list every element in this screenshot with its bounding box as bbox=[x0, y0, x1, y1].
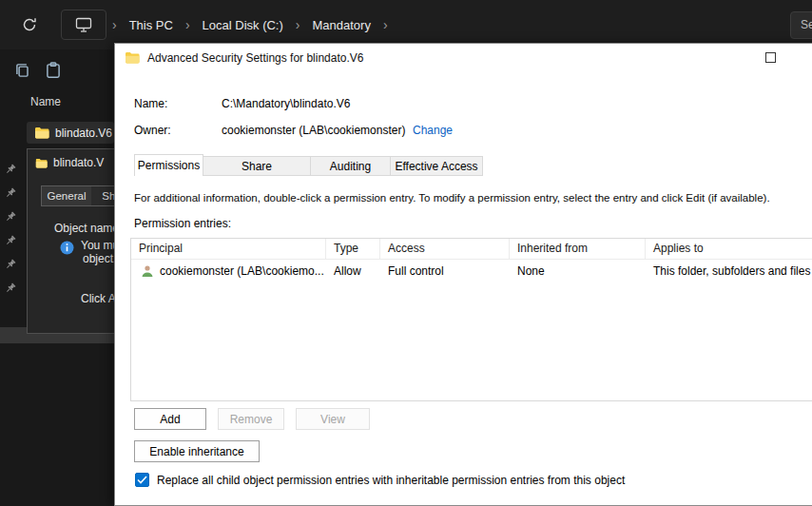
info-text-line2: object. bbox=[83, 252, 116, 265]
instructions-text: For additional information, double-click… bbox=[134, 192, 770, 204]
chevron-right-icon: › bbox=[185, 17, 190, 32]
pushpin-icon[interactable] bbox=[4, 211, 16, 224]
column-header-name[interactable]: Name bbox=[30, 95, 61, 108]
permission-entries-label: Permission entries: bbox=[134, 217, 231, 230]
breadcrumb-local-disk[interactable]: Local Disk (C:) bbox=[203, 18, 283, 32]
tab-auditing[interactable]: Auditing bbox=[310, 156, 391, 176]
properties-dialog-titlebar[interactable]: blindato.V bbox=[28, 149, 121, 176]
enable-inheritance-button[interactable]: Enable inheritance bbox=[134, 440, 260, 462]
this-pc-icon[interactable] bbox=[61, 10, 106, 40]
change-owner-link[interactable]: Change bbox=[413, 124, 453, 137]
info-icon bbox=[60, 241, 74, 255]
column-inherited-from[interactable]: Inherited from bbox=[510, 239, 646, 259]
folder-icon bbox=[34, 126, 49, 139]
cell-applies-to: This folder, subfolders and files bbox=[646, 264, 812, 278]
tab-permissions[interactable]: Permissions bbox=[134, 154, 203, 176]
tab-effective-access[interactable]: Effective Access bbox=[390, 156, 483, 176]
chevron-right-icon: › bbox=[383, 17, 388, 32]
file-name-label: blindato.V6 bbox=[55, 126, 112, 140]
properties-dialog-title: blindato.V bbox=[53, 156, 104, 169]
properties-dialog: blindato.V General Sha Object name: You … bbox=[27, 148, 122, 334]
copy-icon[interactable] bbox=[13, 61, 32, 80]
name-value: C:\Mandatory\blindato.V6 bbox=[222, 97, 350, 110]
pushpin-icon[interactable] bbox=[4, 282, 16, 295]
pushpin-icon[interactable] bbox=[4, 235, 16, 247]
column-principal[interactable]: Principal bbox=[131, 239, 326, 259]
cell-principal: cookiemonster (LAB\cookiemo... bbox=[160, 264, 324, 278]
search-input[interactable]: Sea bbox=[790, 11, 812, 39]
breadcrumb-this-pc[interactable]: This PC bbox=[129, 18, 173, 32]
view-button[interactable]: View bbox=[296, 408, 370, 430]
name-label: Name: bbox=[134, 97, 167, 110]
remove-button[interactable]: Remove bbox=[218, 408, 284, 430]
table-row[interactable]: cookiemonster (LAB\cookiemo... Allow Ful… bbox=[131, 260, 812, 282]
checkmark-icon bbox=[137, 476, 147, 484]
owner-value: cookiemonster (LAB\cookiemonster) bbox=[222, 124, 405, 137]
replace-permissions-label[interactable]: Replace all child object permission entr… bbox=[157, 474, 625, 487]
object-name-label: Object name: bbox=[54, 222, 122, 235]
folder-icon bbox=[35, 158, 48, 168]
breadcrumb-mandatory[interactable]: Mandatory bbox=[313, 18, 371, 32]
dialog-titlebar[interactable]: Advanced Security Settings for blindato.… bbox=[115, 44, 812, 72]
file-row-blindato[interactable]: blindato.V6 bbox=[27, 122, 114, 144]
chevron-right-icon: › bbox=[296, 17, 300, 32]
cell-access: Full control bbox=[380, 264, 510, 278]
pushpin-icon[interactable] bbox=[4, 259, 16, 271]
cell-type: Allow bbox=[326, 264, 380, 278]
chevron-right-icon: › bbox=[112, 17, 117, 32]
column-type[interactable]: Type bbox=[326, 239, 380, 259]
refresh-icon[interactable] bbox=[21, 16, 38, 33]
pushpin-icon[interactable] bbox=[4, 164, 16, 176]
maximize-icon[interactable] bbox=[765, 52, 776, 63]
dialog-title: Advanced Security Settings for blindato.… bbox=[147, 51, 363, 65]
folder-icon bbox=[125, 51, 140, 64]
add-button[interactable]: Add bbox=[134, 408, 206, 430]
tab-share[interactable]: Share bbox=[203, 156, 311, 176]
owner-label: Owner: bbox=[134, 124, 171, 137]
advanced-security-settings-dialog: Advanced Security Settings for blindato.… bbox=[114, 43, 812, 506]
column-access[interactable]: Access bbox=[380, 239, 510, 259]
user-icon bbox=[141, 264, 154, 278]
paste-icon[interactable] bbox=[44, 61, 63, 80]
table-header-row: Principal Type Access Inherited from App… bbox=[131, 239, 812, 260]
replace-permissions-checkbox[interactable] bbox=[135, 473, 149, 487]
cell-inherited-from: None bbox=[510, 264, 646, 278]
tab-general[interactable]: General bbox=[41, 185, 92, 206]
pushpin-icon[interactable] bbox=[4, 187, 16, 200]
column-applies-to[interactable]: Applies to bbox=[646, 239, 812, 259]
permission-entries-table: Principal Type Access Inherited from App… bbox=[130, 238, 812, 401]
